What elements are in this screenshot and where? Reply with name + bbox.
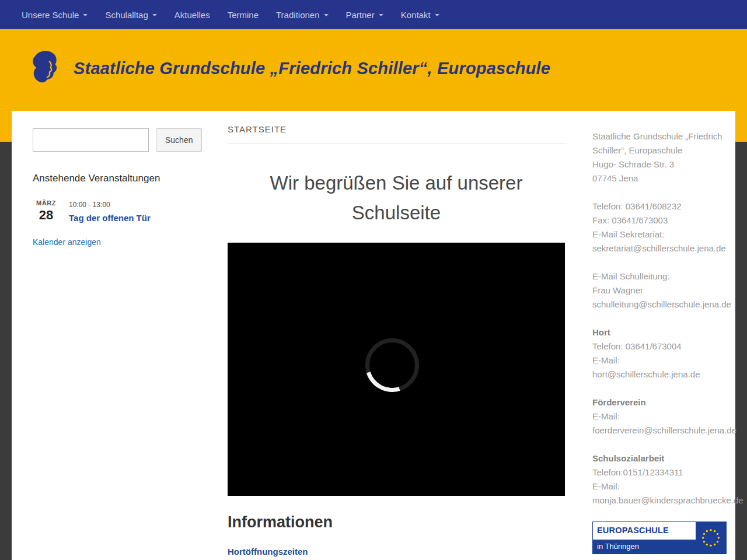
eu-stars-icon [696, 522, 726, 554]
europaschule-badge[interactable]: EUROPASCHULE in Thüringen [592, 522, 727, 554]
schulsozialarbeit-block: Schulsozialarbeit Telefon:0151/12334311 … [592, 452, 727, 508]
foerderverein-block: Förderverein E-Mail: foerderverein@schil… [592, 396, 727, 438]
search-input[interactable] [33, 128, 149, 152]
schulsozialarbeit-heading: Schulsozialarbeit [592, 452, 727, 466]
badge-line-2: in Thüringen [593, 540, 696, 554]
hort-hours-link[interactable]: Hortöffnungszeiten [228, 547, 308, 556]
video-player[interactable] [228, 243, 565, 496]
welcome-line-2: Schulseite [352, 202, 441, 223]
hort-phone: Telefon: 03641/673004 [592, 340, 727, 354]
nav-item-kontakt[interactable]: Kontakt [392, 0, 448, 29]
schulleitung-block: E-Mail Schulleitung: Frau Wagner schulle… [592, 270, 727, 312]
event-link[interactable]: Tag der offenen Tür [69, 213, 151, 223]
school-city: 07745 Jena [592, 172, 727, 186]
hort-heading: Hort [592, 326, 727, 340]
site-title: Staatliche Grundschule „Friedrich Schill… [74, 59, 550, 78]
event-item: MÄRZ 28 10:00 - 13:00 Tag der offenen Tü… [33, 200, 200, 223]
main-nav: Unsere Schule Schulalltag Aktuelles Term… [0, 0, 747, 29]
schulsozialarbeit-phone: Telefon:0151/12334311 [592, 466, 727, 480]
nav-label: Kontakt [401, 10, 431, 20]
nav-label: Schulalltag [105, 10, 148, 20]
foerderverein-email: foerderverein@schillerschule.jena.de [592, 424, 727, 438]
chevron-down-icon [435, 14, 439, 16]
badge-text: EUROPASCHULE in Thüringen [593, 522, 696, 554]
contact-address-block: Staatliche Grundschule „Friedrich Schill… [592, 130, 727, 186]
breadcrumb: STARTSEITE [228, 124, 565, 144]
schulleitung-label: E-Mail Schulleitung: [592, 270, 727, 284]
nav-label: Unsere Schule [22, 10, 79, 20]
foerderverein-email-label: E-Mail: [592, 410, 727, 424]
sekretariat-email: sekretariat@schillerschule.jena.de [592, 242, 727, 256]
nav-item-partner[interactable]: Partner [337, 0, 392, 29]
nav-label: Traditionen [276, 10, 320, 20]
nav-item-unsere-schule[interactable]: Unsere Schule [13, 0, 96, 29]
nav-label: Aktuelles [174, 10, 210, 20]
right-sidebar: Staatliche Grundschule „Friedrich Schill… [584, 111, 735, 560]
schulsozialarbeit-email: monja.bauer@kindersprachbruecke.de [592, 494, 727, 508]
loading-spinner-icon [365, 338, 419, 392]
main-content: STARTSEITE Wir begrüßen Sie auf unsererS… [209, 111, 584, 560]
event-date: MÄRZ 28 [33, 200, 60, 223]
foerderverein-heading: Förderverein [592, 396, 727, 410]
content-container: Suchen Anstehende Veranstaltungen MÄRZ 2… [12, 111, 735, 560]
hort-email: E-Mail: hort@schillerschule.jena.de [592, 354, 727, 382]
nav-label: Termine [228, 10, 259, 20]
welcome-line-1: Wir begrüßen Sie auf unserer [270, 172, 523, 194]
hort-block: Hort Telefon: 03641/673004 E-Mail: hort@… [592, 326, 727, 382]
school-phone: Telefon: 03641/608232 [592, 200, 727, 214]
nav-item-traditionen[interactable]: Traditionen [267, 0, 337, 29]
chevron-down-icon [152, 14, 157, 16]
chevron-down-icon [324, 14, 329, 16]
chevron-down-icon [379, 14, 383, 16]
welcome-heading: Wir begrüßen Sie auf unsererSchulseite [228, 168, 565, 228]
schulleitung-name: Frau Wagner [592, 284, 727, 298]
contact-phone-block: Telefon: 03641/608232 Fax: 03641/673003 … [592, 200, 727, 256]
search-row: Suchen [33, 128, 200, 152]
nav-item-termine[interactable]: Termine [219, 0, 267, 29]
badge-line-1: EUROPASCHULE [593, 522, 696, 540]
search-button[interactable]: Suchen [156, 128, 202, 152]
schulleitung-email: schulleitung@schillerschule.jena.de [592, 298, 727, 312]
event-time: 10:00 - 13:00 [69, 201, 151, 209]
school-street: Hugo- Schrade Str. 3 [592, 158, 727, 172]
chevron-down-icon [83, 14, 88, 16]
event-day: 28 [33, 208, 60, 223]
school-fax: Fax: 03641/673003 [592, 214, 727, 228]
event-info: 10:00 - 13:00 Tag der offenen Tür [69, 200, 151, 223]
school-logo-icon [27, 49, 63, 88]
left-sidebar: Suchen Anstehende Veranstaltungen MÄRZ 2… [12, 111, 209, 560]
nav-item-schulalltag[interactable]: Schulalltag [96, 0, 165, 29]
schulsozialarbeit-email-label: E-Mail: [592, 480, 727, 494]
brand: Staatliche Grundschule „Friedrich Schill… [0, 29, 747, 88]
events-heading: Anstehende Veranstaltungen [33, 173, 200, 184]
school-name: Staatliche Grundschule „Friedrich Schill… [592, 130, 727, 158]
nav-label: Partner [346, 10, 375, 20]
nav-item-aktuelles[interactable]: Aktuelles [166, 0, 219, 29]
calendar-link[interactable]: Kalender anzeigen [33, 237, 101, 247]
sekretariat-email-label: E-Mail Sekretariat: [592, 228, 727, 242]
info-heading: Informationen [228, 513, 565, 531]
event-month: MÄRZ [33, 200, 60, 206]
